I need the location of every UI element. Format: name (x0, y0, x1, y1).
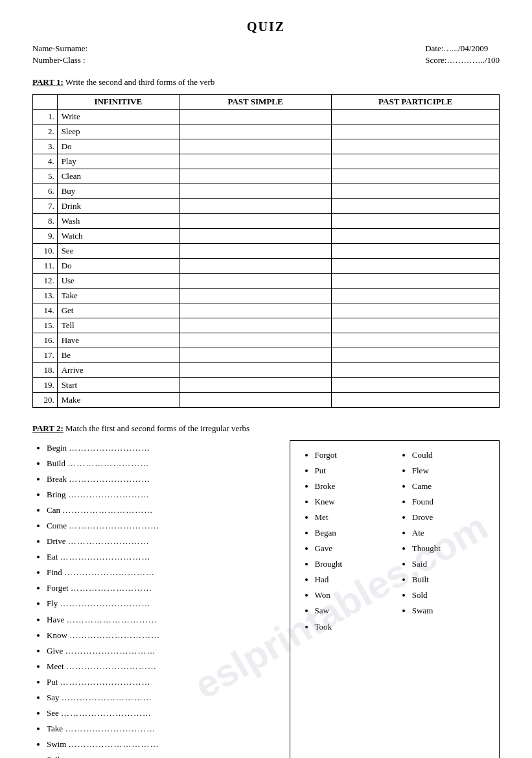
list-item: Begin ……………………… (47, 440, 283, 456)
list-item: Come ………………………… (47, 518, 283, 534)
list-item: Built (412, 572, 489, 587)
row-past-simple (179, 184, 331, 199)
table-row: 12. Use (33, 274, 500, 289)
part2-heading-underline: PART 2: (32, 423, 64, 433)
list-item: Forget ……………………… (47, 580, 283, 596)
header-left: Name-Surname: Number-Class : (32, 43, 87, 65)
table-row: 17. Be (33, 348, 500, 363)
row-past-participle (332, 199, 500, 214)
header-info: Name-Surname: Number-Class : Date:….../0… (32, 43, 500, 65)
row-verb: Write (57, 110, 179, 124)
right-verb-list-2: CouldFlewCameFoundDroveAteThoughtSaidBui… (398, 447, 489, 619)
table-row: 15. Tell (33, 318, 500, 333)
row-verb: Be (57, 348, 179, 363)
row-verb: Use (57, 274, 179, 289)
col-infinitive-header: INFINITIVE (57, 95, 179, 110)
list-item: Take ………………………… (47, 721, 283, 737)
list-item: Fly ………………………… (47, 596, 283, 611)
row-num: 4. (33, 154, 58, 169)
row-past-simple (179, 244, 331, 259)
list-item: Drove (412, 510, 489, 525)
list-item: Bring ……………………… (47, 487, 283, 503)
row-verb: Drink (57, 199, 179, 214)
score-label: Score:…………../100 (425, 55, 500, 65)
row-past-simple (179, 303, 331, 318)
row-past-participle (332, 274, 500, 289)
list-item: Could (412, 447, 489, 463)
row-num: 2. (33, 124, 58, 139)
page-title: QUIZ (32, 19, 500, 34)
row-verb: Start (57, 378, 179, 393)
row-past-participle (332, 363, 500, 378)
row-num: 19. (33, 378, 58, 393)
list-item: Gave (315, 541, 391, 556)
row-num: 20. (33, 393, 58, 408)
row-verb: Do (57, 259, 179, 274)
row-past-simple (179, 229, 331, 244)
list-item: Took (315, 619, 391, 635)
row-verb: Wash (57, 214, 179, 229)
list-item: Came (412, 479, 489, 494)
right-verb-list-1: ForgotPutBrokeKnewMetBeganGaveBroughtHad… (301, 447, 391, 635)
row-past-participle (332, 333, 500, 348)
row-past-simple (179, 199, 331, 214)
table-row: 6. Buy (33, 184, 500, 199)
list-item: Broke (315, 479, 391, 494)
part1-heading-underline: PART 1: (32, 77, 64, 87)
row-num: 14. (33, 303, 58, 318)
part1-heading: PART 1: Write the second and third forms… (32, 77, 500, 88)
row-verb: Clean (57, 169, 179, 184)
table-row: 11. Do (33, 259, 500, 274)
list-item: Forgot (315, 447, 391, 463)
row-verb: Have (57, 333, 179, 348)
row-num: 15. (33, 318, 58, 333)
list-item: Flew (412, 463, 489, 479)
row-past-simple (179, 214, 331, 229)
table-row: 18. Arrive (33, 363, 500, 378)
row-verb: Tell (57, 318, 179, 333)
part1-heading-text: Write the second and third forms of the … (64, 77, 215, 87)
table-row: 9. Watch (33, 229, 500, 244)
row-num: 18. (33, 363, 58, 378)
row-num: 11. (33, 259, 58, 274)
row-verb: Play (57, 154, 179, 169)
date-label: Date:….../04/2009 (425, 43, 500, 54)
number-label: Number-Class : (32, 55, 87, 65)
right-col1: ForgotPutBrokeKnewMetBeganGaveBroughtHad… (301, 447, 391, 758)
row-verb: Take (57, 289, 179, 303)
part2-container: Begin ………………………Build ………………………Break …………… (32, 440, 500, 758)
row-num: 12. (33, 274, 58, 289)
list-item: Put ………………………… (47, 674, 283, 690)
row-past-simple (179, 378, 331, 393)
row-past-participle (332, 139, 500, 154)
verb-table: INFINITIVE PAST SIMPLE PAST PARTICIPLE 1… (32, 94, 500, 408)
row-past-simple (179, 139, 331, 154)
row-past-participle (332, 244, 500, 259)
list-item: Build ……………………… (47, 456, 283, 471)
row-past-participle (332, 318, 500, 333)
row-past-simple (179, 169, 331, 184)
row-past-simple (179, 393, 331, 408)
list-item: Break ……………………… (47, 471, 283, 487)
row-past-simple (179, 363, 331, 378)
col-past-simple-header: PAST SIMPLE (179, 95, 331, 110)
list-item: Had (315, 572, 391, 587)
table-row: 5. Clean (33, 169, 500, 184)
table-row: 16. Have (33, 333, 500, 348)
row-num: 1. (33, 110, 58, 124)
list-item: Eat ………………………… (47, 549, 283, 565)
row-past-participle (332, 169, 500, 184)
row-num: 7. (33, 199, 58, 214)
list-item: Have ………………………… (47, 612, 283, 628)
row-past-participle (332, 184, 500, 199)
table-row: 13. Take (33, 289, 500, 303)
row-past-participle (332, 124, 500, 139)
part2-heading-text: Match the first and second forms of the … (64, 423, 249, 433)
row-past-simple (179, 154, 331, 169)
row-num: 6. (33, 184, 58, 199)
row-num: 9. (33, 229, 58, 244)
name-label: Name-Surname: (32, 43, 87, 54)
row-verb: See (57, 244, 179, 259)
col-num-header (33, 95, 58, 110)
row-past-participle (332, 393, 500, 408)
